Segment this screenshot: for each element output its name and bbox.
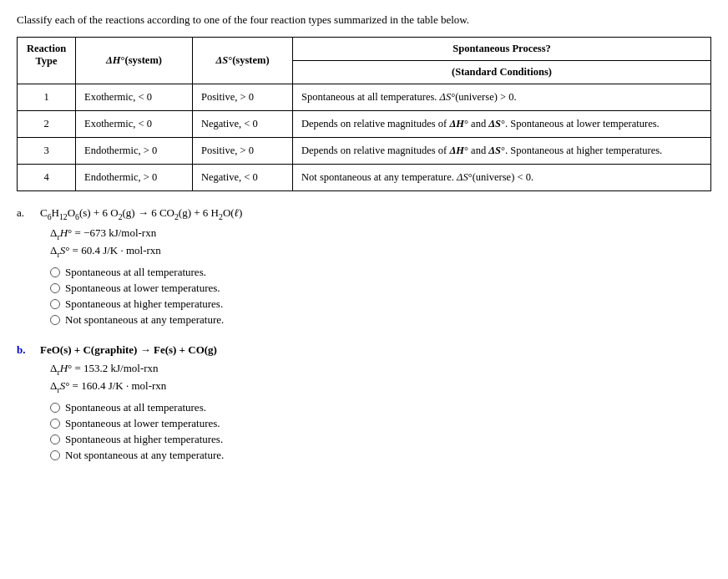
reaction-a-label: a.: [17, 206, 40, 220]
option-item: Not spontaneous at any temperature.: [50, 449, 711, 462]
option-item: Spontaneous at higher temperatures.: [50, 433, 711, 446]
col-header-spont-bottom: (Standard Conditions): [293, 61, 711, 84]
reaction-a-equation: C6H12O6(s) + 6 O2(g) → 6 CO2(g) + 6 H2O(…: [40, 206, 242, 221]
option-text: Spontaneous at higher temperatures.: [65, 433, 223, 446]
row4-spont: Not spontaneous at any temperature. ΔS°(…: [293, 165, 711, 191]
col-header-dh: ΔH°(system): [76, 38, 193, 84]
radio-button[interactable]: [50, 419, 60, 429]
reaction-a-options: Spontaneous at all temperatures. Spontan…: [50, 266, 711, 327]
radio-button[interactable]: [50, 434, 60, 444]
col-header-spont-top: Spontaneous Process?: [293, 38, 711, 61]
row2-number: 2: [18, 111, 76, 138]
row3-number: 3: [18, 138, 76, 165]
reaction-a-ds: ΔrS° = 60.4 J/K · mol-rxn: [50, 244, 711, 259]
radio-button[interactable]: [50, 283, 60, 293]
option-text: Spontaneous at higher temperatures.: [65, 297, 223, 311]
table-row: 3 Endothermic, > 0 Positive, > 0 Depends…: [18, 138, 711, 165]
table-row: 1 Exothermic, < 0 Positive, > 0 Spontane…: [18, 84, 711, 111]
option-text: Not spontaneous at any temperature.: [65, 449, 224, 462]
reaction-b-block: b. FeO(s) + C(graphite) → Fe(s) + CO(g) …: [17, 343, 711, 462]
radio-button[interactable]: [50, 267, 60, 277]
reaction-a-dh: ΔrH° = −673 kJ/mol-rxn: [50, 226, 711, 241]
option-item: Spontaneous at all temperatures.: [50, 266, 711, 279]
option-text: Spontaneous at lower temperatures.: [65, 417, 220, 430]
row1-dh: Exothermic, < 0: [76, 84, 193, 111]
row4-ds: Negative, < 0: [193, 165, 293, 191]
reaction-b-dh: ΔrH° = 153.2 kJ/mol-rxn: [50, 362, 711, 377]
row2-dh: Exothermic, < 0: [76, 111, 193, 138]
reaction-b-ds: ΔrS° = 160.4 J/K · mol-rxn: [50, 379, 711, 394]
intro-text: Classify each of the reactions according…: [17, 13, 711, 27]
col-header-reaction: Reaction Type: [18, 38, 76, 84]
radio-button[interactable]: [50, 315, 60, 325]
row2-ds: Negative, < 0: [193, 111, 293, 138]
option-item: Spontaneous at all temperatures.: [50, 401, 711, 414]
radio-button[interactable]: [50, 450, 60, 460]
row3-ds: Positive, > 0: [193, 138, 293, 165]
reaction-b-equation: FeO(s) + C(graphite) → Fe(s) + CO(g): [40, 343, 217, 357]
option-item: Not spontaneous at any temperature.: [50, 313, 711, 327]
table-row: 2 Exothermic, < 0 Negative, < 0 Depends …: [18, 111, 711, 138]
table-row: 4 Endothermic, > 0 Negative, < 0 Not spo…: [18, 165, 711, 191]
option-text: Not spontaneous at any temperature.: [65, 313, 224, 327]
row4-dh: Endothermic, > 0: [76, 165, 193, 191]
option-text: Spontaneous at lower temperatures.: [65, 282, 220, 295]
option-text: Spontaneous at all temperatures.: [65, 401, 206, 414]
row1-number: 1: [18, 84, 76, 111]
radio-button[interactable]: [50, 403, 60, 413]
row1-spont: Spontaneous at all temperatures. ΔS°(uni…: [293, 84, 711, 111]
reaction-b-options: Spontaneous at all temperatures. Spontan…: [50, 401, 711, 462]
radio-button[interactable]: [50, 299, 60, 309]
option-item: Spontaneous at lower temperatures.: [50, 417, 711, 430]
option-item: Spontaneous at higher temperatures.: [50, 297, 711, 311]
option-text: Spontaneous at all temperatures.: [65, 266, 206, 279]
row1-ds: Positive, > 0: [193, 84, 293, 111]
row2-spont: Depends on relative magnitudes of ΔH° an…: [293, 111, 711, 138]
col-header-ds: ΔS°(system): [193, 38, 293, 84]
reaction-type-table: Reaction Type ΔH°(system) ΔS°(system) Sp…: [17, 37, 711, 191]
row3-spont: Depends on relative magnitudes of ΔH° an…: [293, 138, 711, 165]
row4-number: 4: [18, 165, 76, 191]
reaction-a-block: a. C6H12O6(s) + 6 O2(g) → 6 CO2(g) + 6 H…: [17, 206, 711, 327]
row3-dh: Endothermic, > 0: [76, 138, 193, 165]
reaction-b-label: b.: [17, 343, 40, 357]
option-item: Spontaneous at lower temperatures.: [50, 282, 711, 295]
